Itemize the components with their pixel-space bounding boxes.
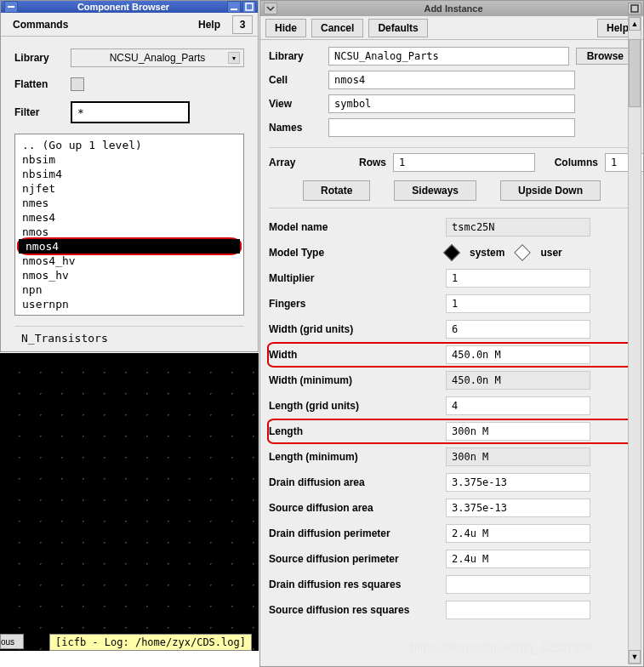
param-value-input[interactable]: 2.4u M	[446, 550, 590, 568]
param-row: Source diffusion perimeter2.4u M	[269, 549, 635, 569]
hide-button[interactable]: Hide	[265, 19, 306, 37]
list-item[interactable]: nmos_hv	[15, 268, 243, 282]
cb-title: Component Browser	[21, 2, 225, 12]
param-label: Source diffusion perimeter	[269, 553, 446, 565]
tab-count[interactable]: 3	[232, 15, 253, 34]
param-row: Width (grid units)6	[269, 319, 635, 339]
flatten-label: Flatten	[14, 78, 62, 90]
param-value-input[interactable]	[446, 575, 590, 594]
param-row: Multiplier1	[269, 268, 635, 288]
ai-titlebar[interactable]: Add Instance	[260, 1, 643, 16]
param-value-input: 300n M	[446, 448, 590, 466]
param-value-input[interactable]: 2.4u M	[446, 524, 590, 543]
param-row: Length300n M	[269, 421, 635, 442]
ai-body: Library Browse Cell View Names Arra	[260, 40, 643, 624]
param-value-input[interactable]: 300n M	[446, 422, 590, 441]
log-window-title[interactable]: [icfb - Log: /home/zyx/CDS.log]	[49, 634, 252, 651]
cb-body: Library NCSU_Analog_Parts ▾ Flatten Filt…	[1, 37, 258, 362]
ai-names-input[interactable]	[328, 118, 575, 137]
browse-button[interactable]: Browse	[576, 48, 635, 65]
param-label: Length (grid units)	[269, 400, 446, 412]
radio-user[interactable]	[514, 244, 531, 261]
param-row: Model nametsmc25N	[269, 217, 635, 237]
param-value-input[interactable]: 4	[446, 396, 590, 415]
param-label: Width (minimum)	[269, 374, 446, 386]
list-item[interactable]: npn	[15, 282, 243, 297]
scroll-thumb[interactable]	[629, 39, 641, 107]
param-value-input[interactable]: 1	[446, 269, 590, 288]
maximize-icon[interactable]	[628, 3, 641, 14]
scroll-up-icon[interactable]: ▲	[629, 17, 641, 31]
param-value-input[interactable]: 3.375e-13	[446, 473, 590, 492]
maximize-icon[interactable]	[242, 1, 256, 13]
param-row: Length (grid units)4	[269, 396, 635, 416]
param-label: Multiplier	[269, 272, 446, 284]
ai-view-input[interactable]	[328, 94, 575, 113]
cb-titlebar[interactable]: Component Browser	[1, 1, 258, 13]
component-browser-window: Component Browser Commands Help 3 Librar…	[0, 0, 259, 352]
list-item[interactable]: njfet	[15, 181, 243, 196]
commands-menu[interactable]: Commands	[6, 16, 75, 33]
param-row: Drain diffusion res squares	[269, 574, 635, 595]
param-label: Model name	[269, 221, 446, 233]
help-menu[interactable]: Help	[191, 16, 227, 33]
param-value-input[interactable]: 6	[446, 320, 590, 339]
window-menu-icon[interactable]	[4, 1, 18, 13]
list-item[interactable]: nbsim	[15, 152, 243, 167]
ai-cell-input[interactable]	[328, 71, 575, 89]
param-label: Drain diffusion area	[269, 476, 446, 488]
ai-title: Add Instance	[281, 3, 626, 14]
cancel-button[interactable]: Cancel	[311, 19, 363, 37]
param-value-input[interactable]: 450.0n M	[446, 345, 590, 364]
scroll-down-icon[interactable]: ▼	[629, 650, 641, 664]
ai-cell-label: Cell	[269, 74, 322, 86]
param-label: Length (minimum)	[269, 451, 446, 463]
param-label: Width	[269, 349, 446, 361]
rows-input[interactable]	[393, 153, 535, 172]
list-item[interactable]: nbsim4	[15, 167, 243, 181]
svg-rect-1	[231, 9, 237, 10]
list-item[interactable]: nmes	[15, 196, 243, 210]
add-instance-window: Add Instance Hide Cancel Defaults Help L…	[259, 0, 644, 667]
param-row: Drain diffusion perimeter2.4u M	[269, 523, 635, 544]
param-value-input[interactable]	[446, 601, 590, 619]
list-item[interactable]: nmos4_hv	[15, 254, 243, 268]
schematic-canvas[interactable]: ous [icfb - Log: /home/zyx/CDS.log]	[0, 353, 259, 651]
component-listbox[interactable]: .. (Go up 1 level)nbsimnbsim4njfetnmesnm…	[14, 134, 244, 316]
svg-rect-2	[246, 3, 253, 10]
minimize-icon[interactable]	[227, 1, 241, 13]
svg-rect-0	[8, 6, 14, 8]
cols-label: Columns	[542, 157, 598, 168]
radio-system[interactable]	[443, 244, 460, 261]
flatten-checkbox[interactable]	[71, 77, 84, 91]
upside-down-button[interactable]: Upside Down	[500, 180, 601, 201]
param-value-input[interactable]: 1	[446, 294, 590, 313]
sideways-button[interactable]: Sideways	[394, 180, 476, 201]
cb-menubar: Commands Help 3	[1, 13, 258, 37]
filter-input[interactable]	[71, 101, 190, 123]
list-item[interactable]: nmes4	[15, 210, 243, 225]
filter-label: Filter	[14, 106, 62, 118]
param-row: Model Typesystemuser	[269, 242, 635, 263]
param-label: Length	[269, 425, 446, 437]
library-dropdown[interactable]: NCSU_Analog_Parts ▾	[71, 48, 244, 67]
param-label: Source diffusion res squares	[269, 604, 446, 616]
param-row: Width450.0n M	[269, 345, 635, 365]
param-row: Drain diffusion area3.375e-13	[269, 472, 635, 493]
defaults-button[interactable]: Defaults	[368, 19, 427, 37]
ai-view-label: View	[269, 98, 322, 110]
ai-menubar: Hide Cancel Defaults Help	[260, 16, 643, 40]
window-menu-icon[interactable]	[264, 3, 277, 14]
list-item[interactable]: nmos4	[19, 239, 240, 254]
library-value: NCSU_Analog_Parts	[110, 52, 206, 64]
rotate-button[interactable]: Rotate	[303, 180, 370, 201]
param-value-input: tsmc25N	[446, 218, 590, 237]
model-type-radio-group: systemuser	[446, 247, 562, 259]
chevron-down-icon[interactable]: ▾	[228, 52, 240, 64]
vertical-scrollbar[interactable]: ▲ ▼	[628, 16, 641, 664]
list-item[interactable]: usernpn	[15, 297, 243, 311]
dot-grid	[0, 353, 259, 651]
list-item[interactable]: .. (Go up 1 level)	[15, 138, 243, 152]
ai-library-input[interactable]	[328, 47, 569, 66]
param-value-input[interactable]: 3.375e-13	[446, 499, 590, 517]
